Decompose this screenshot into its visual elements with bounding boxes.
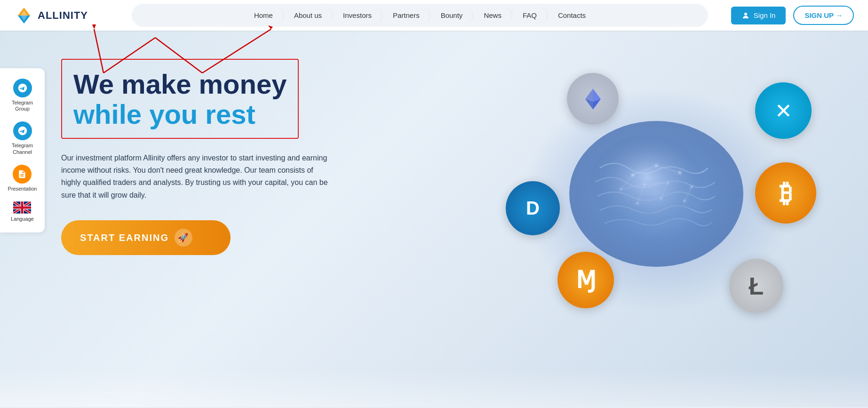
- svg-point-17: [667, 182, 669, 184]
- svg-point-12: [631, 174, 634, 176]
- brain-glow: [520, 87, 793, 313]
- sidebar-item-language[interactable]: Language: [9, 199, 36, 225]
- svg-line-27: [637, 184, 645, 203]
- start-earning-label: START EARNING: [80, 232, 169, 243]
- telegram-group-icon: [13, 79, 32, 97]
- svg-point-15: [620, 188, 622, 191]
- user-icon: [741, 11, 750, 20]
- nav-home[interactable]: Home: [244, 8, 284, 23]
- hero-title-box: We make money while you rest: [61, 59, 299, 139]
- svg-marker-34: [585, 99, 593, 109]
- sidebar: Telegram Group Telegram Channel Presenta…: [0, 68, 45, 232]
- sidebar-item-telegram-channel[interactable]: Telegram Channel: [4, 119, 41, 158]
- sidebar-label-telegram-group: Telegram Group: [6, 100, 39, 112]
- svg-marker-33: [585, 88, 593, 102]
- hero-title-line1: We make money: [73, 69, 287, 99]
- svg-line-23: [656, 166, 680, 173]
- rocket-icon: 🚀: [175, 229, 192, 247]
- sign-in-button[interactable]: Sign In: [731, 7, 786, 24]
- header-actions: Sign In SIGN UP →: [722, 6, 854, 25]
- hero-title-line2: while you rest: [73, 99, 287, 129]
- logo-icon: [14, 6, 34, 25]
- svg-point-20: [660, 198, 662, 200]
- brain-container: ✕ D ₿ Ɱ Ł: [492, 54, 821, 346]
- svg-point-30: [590, 135, 703, 229]
- sidebar-label-language: Language: [11, 216, 34, 222]
- uk-flag-icon: [13, 201, 31, 214]
- nav-bounty[interactable]: Bounty: [430, 8, 474, 23]
- nav-faq[interactable]: FAQ: [512, 8, 548, 23]
- start-earning-button[interactable]: START EARNING 🚀: [61, 220, 231, 255]
- svg-line-29: [685, 187, 692, 201]
- brain-svg: [543, 102, 769, 290]
- sidebar-label-telegram-channel: Telegram Channel: [6, 143, 39, 155]
- logo-text: ALLINITY: [38, 9, 88, 22]
- presentation-icon: [13, 165, 32, 184]
- svg-line-24: [621, 184, 645, 189]
- svg-point-3: [744, 13, 747, 16]
- coin-dash: D: [506, 181, 560, 235]
- svg-line-22: [633, 166, 656, 175]
- svg-point-14: [678, 171, 681, 174]
- coin-litecoin: Ł: [729, 259, 783, 313]
- main-content: Telegram Group Telegram Channel Presenta…: [0, 31, 868, 407]
- hero-description: Our investment platform Allinity offers …: [61, 152, 334, 202]
- coin-ripple: ✕: [755, 82, 812, 139]
- nav-investors[interactable]: Investors: [333, 8, 382, 23]
- svg-point-21: [684, 200, 686, 202]
- visual-area: ✕ D ₿ Ɱ Ł: [360, 31, 868, 407]
- main-nav: Home About us Investors Partners Bounty …: [132, 4, 708, 27]
- coin-ethereum: [567, 73, 619, 125]
- logo: ALLINITY: [14, 6, 118, 25]
- svg-marker-32: [585, 99, 601, 109]
- nav-news[interactable]: News: [473, 8, 512, 23]
- nav-contacts[interactable]: Contacts: [548, 8, 596, 23]
- coin-bitcoin: ₿: [755, 162, 816, 224]
- sign-up-button[interactable]: SIGN UP →: [793, 6, 854, 25]
- sidebar-label-presentation: Presentation: [8, 186, 37, 192]
- svg-line-25: [645, 183, 668, 184]
- svg-point-13: [655, 164, 658, 167]
- nav-partners[interactable]: Partners: [382, 8, 430, 23]
- sidebar-item-presentation[interactable]: Presentation: [6, 162, 39, 195]
- sidebar-item-telegram-group[interactable]: Telegram Group: [4, 76, 41, 115]
- telegram-channel-icon: [13, 121, 32, 140]
- svg-point-16: [644, 184, 646, 186]
- svg-line-28: [661, 183, 668, 199]
- hero-section: We make money while you rest Our investm…: [0, 31, 362, 407]
- nav-about[interactable]: About us: [284, 8, 333, 23]
- svg-line-26: [621, 175, 633, 189]
- svg-marker-31: [585, 88, 601, 102]
- svg-point-18: [691, 186, 693, 188]
- svg-point-19: [637, 202, 639, 205]
- coin-monero: Ɱ: [557, 252, 614, 308]
- header: ALLINITY Home About us Investors Partner…: [0, 0, 868, 31]
- svg-point-11: [569, 121, 743, 267]
